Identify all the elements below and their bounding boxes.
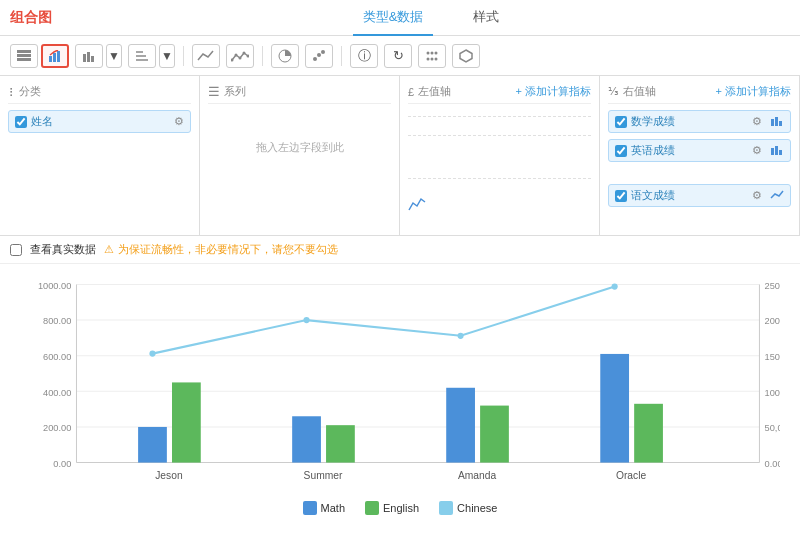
- svg-marker-27: [460, 50, 472, 62]
- math-gear-icon[interactable]: ⚙: [752, 115, 762, 128]
- real-data-checkbox[interactable]: [10, 244, 22, 256]
- category-gear-icon[interactable]: ⚙: [174, 115, 184, 128]
- chinese-checkbox[interactable]: [615, 190, 627, 202]
- svg-point-23: [435, 51, 438, 54]
- svg-point-18: [313, 57, 317, 61]
- svg-point-55: [149, 350, 155, 356]
- pie-chart-btn[interactable]: [271, 44, 299, 68]
- line-chart2-btn[interactable]: [226, 44, 254, 68]
- math-chart-icon[interactable]: [770, 116, 784, 128]
- toolbar-group-3: ▼: [128, 44, 175, 68]
- line-chart-btn[interactable]: [192, 44, 220, 68]
- legend-english-color: [365, 501, 379, 515]
- svg-text:Summer: Summer: [304, 470, 343, 481]
- category-item-checkbox[interactable]: [15, 116, 27, 128]
- right-axis-add-btn[interactable]: + 添加计算指标: [716, 84, 791, 99]
- bar-oracle-english: [634, 404, 663, 463]
- chinese-chart-icon[interactable]: [770, 190, 784, 202]
- series-panel: ☰ 系列 拖入左边字段到此: [200, 76, 400, 235]
- svg-rect-30: [779, 121, 782, 126]
- tab-type-data[interactable]: 类型&数据: [353, 0, 434, 36]
- left-axis-header: £ 左值轴 + 添加计算指标: [408, 84, 591, 104]
- bar-down-btn[interactable]: ▼: [106, 44, 122, 68]
- warning-text: 为保证流畅性，非必要情况下，请您不要勾选: [118, 242, 338, 257]
- legend-math-color: [303, 501, 317, 515]
- sort-down-btn[interactable]: ▼: [159, 44, 175, 68]
- toolbar-group-2: ▼: [75, 44, 122, 68]
- svg-rect-32: [775, 146, 778, 155]
- bar-chart-btn[interactable]: [75, 44, 103, 68]
- left-axis-panel: £ 左值轴 + 添加计算指标: [400, 76, 600, 235]
- legend-chinese: Chinese: [439, 501, 497, 515]
- info-btn[interactable]: ⓘ: [350, 44, 378, 68]
- series-drop-hint: 拖入左边字段到此: [208, 140, 391, 155]
- combo-chart: 1000.00 800.00 600.00 400.00 200.00 0.00…: [20, 274, 780, 494]
- chinese-gear-icon[interactable]: ⚙: [752, 189, 762, 202]
- right-axis-item-math[interactable]: 数学成绩 ⚙: [608, 110, 791, 133]
- category-panel: ⫶ 分类 姓名 ⚙: [0, 76, 200, 235]
- combo-chart-btn[interactable]: [41, 44, 69, 68]
- left-axis-add-btn[interactable]: + 添加计算指标: [516, 84, 591, 99]
- math-checkbox[interactable]: [615, 116, 627, 128]
- svg-text:100,000,000.00: 100,000,000.00: [765, 387, 780, 397]
- refresh-btn[interactable]: ↻: [384, 44, 412, 68]
- svg-rect-1: [17, 54, 31, 57]
- svg-rect-0: [17, 50, 31, 53]
- svg-text:200,000,000.00: 200,000,000.00: [765, 316, 780, 326]
- sort-btn[interactable]: [128, 44, 156, 68]
- legend-chinese-color: [439, 501, 453, 515]
- svg-text:150,000,000.00: 150,000,000.00: [765, 352, 780, 362]
- svg-text:600.00: 600.00: [43, 352, 71, 362]
- right-axis-label: 右值轴: [623, 84, 656, 99]
- svg-point-57: [458, 333, 464, 339]
- english-checkbox[interactable]: [615, 145, 627, 157]
- more-btn[interactable]: [418, 44, 446, 68]
- tab-style[interactable]: 样式: [463, 0, 509, 36]
- svg-rect-8: [91, 56, 94, 62]
- left-axis-label: 左值轴: [418, 84, 451, 99]
- svg-point-24: [427, 57, 430, 60]
- right-axis-item-chinese[interactable]: 语文成绩 ⚙: [608, 184, 791, 207]
- scatter-btn[interactable]: [305, 44, 333, 68]
- toolbar: ▼ ▼: [0, 36, 800, 76]
- svg-point-56: [303, 317, 309, 323]
- svg-point-21: [427, 51, 430, 54]
- svg-point-13: [235, 53, 238, 56]
- svg-text:400.00: 400.00: [43, 387, 71, 397]
- legend-chinese-label: Chinese: [457, 502, 497, 514]
- page-title: 组合图: [10, 9, 52, 27]
- svg-rect-6: [83, 54, 86, 62]
- svg-point-14: [239, 56, 242, 59]
- right-axis-panel: ⅓ 右值轴 + 添加计算指标 数学成绩 ⚙ 英语成绩 ⚙: [600, 76, 800, 235]
- table-btn[interactable]: [10, 44, 38, 68]
- svg-rect-3: [49, 56, 52, 62]
- bar-summer-math: [292, 416, 321, 462]
- config-area: ⫶ 分类 姓名 ⚙ ☰ 系列 拖入左边字段到此 £ 左值轴 + 添加计算指标: [0, 76, 800, 236]
- svg-text:0.00: 0.00: [53, 459, 71, 469]
- right-axis-icon: ⅓: [608, 85, 619, 98]
- svg-rect-4: [53, 53, 56, 62]
- svg-text:0.00: 0.00: [765, 459, 780, 469]
- svg-text:Oracle: Oracle: [616, 470, 646, 481]
- category-item-name[interactable]: 姓名 ⚙: [8, 110, 191, 133]
- english-gear-icon[interactable]: ⚙: [752, 144, 762, 157]
- chart-legend: Math English Chinese: [20, 497, 780, 519]
- shape-btn[interactable]: [452, 44, 480, 68]
- english-chart-icon[interactable]: [770, 145, 784, 157]
- legend-english: English: [365, 501, 419, 515]
- tabs-row: 类型&数据 样式: [72, 0, 790, 36]
- top-bar: 组合图 类型&数据 样式: [0, 0, 800, 36]
- svg-point-22: [431, 51, 434, 54]
- footer-warning: ⚠ 为保证流畅性，非必要情况下，请您不要勾选: [104, 242, 338, 257]
- bar-amanda-math: [446, 388, 475, 463]
- series-label: 系列: [224, 84, 246, 99]
- svg-text:200.00: 200.00: [43, 423, 71, 433]
- sep3: [341, 46, 342, 66]
- series-header: ☰ 系列: [208, 84, 391, 104]
- bar-jeson-english: [172, 382, 201, 462]
- svg-text:250,000,000.00: 250,000,000.00: [765, 281, 780, 291]
- right-axis-item-english[interactable]: 英语成绩 ⚙: [608, 139, 791, 162]
- left-axis-icon: £: [408, 86, 414, 98]
- svg-point-19: [317, 53, 321, 57]
- svg-text:Jeson: Jeson: [155, 470, 183, 481]
